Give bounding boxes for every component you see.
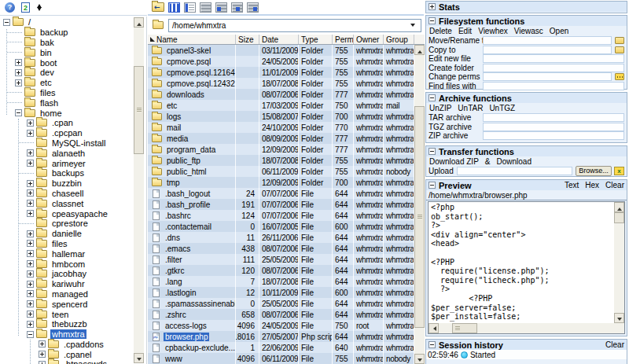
expand-icon[interactable] bbox=[27, 189, 34, 197]
scrollbar-thumb[interactable] bbox=[452, 323, 477, 333]
tree-item-whmxtra[interactable]: whmxtra bbox=[0, 329, 132, 340]
tree-scrollbar[interactable] bbox=[134, 17, 144, 363]
tree-item-hmbcom[interactable]: hmbcom bbox=[0, 259, 132, 269]
expand-icon[interactable] bbox=[27, 180, 34, 187]
file-list-scrollbar[interactable] bbox=[414, 45, 425, 364]
column-header-group[interactable]: Group bbox=[384, 35, 414, 44]
tree-item-bak[interactable]: bak bbox=[0, 38, 132, 48]
scroll-up-button[interactable] bbox=[414, 45, 425, 55]
expand-icon[interactable] bbox=[27, 210, 34, 217]
tree-item-backups[interactable]: backups bbox=[0, 168, 132, 178]
file-row-cpmove-psql[interactable]: cpmove.psql24/05/2009Folder755whmxtrawhm… bbox=[148, 56, 414, 67]
tree-item-bin[interactable]: bin bbox=[0, 47, 132, 57]
zip-archive-input[interactable] bbox=[483, 131, 624, 140]
file-row-dns[interactable]: .dns1126/11/2006File644whmxtrawhmxtra bbox=[148, 232, 414, 243]
tree-item-flash[interactable]: flash bbox=[0, 97, 132, 108]
column-header-owner[interactable]: Owner bbox=[354, 35, 384, 44]
collapse-icon[interactable] bbox=[15, 109, 22, 116]
scroll-down-button[interactable] bbox=[414, 354, 425, 364]
tree-item-root[interactable]: / bbox=[0, 17, 132, 28]
scroll-up-button[interactable] bbox=[134, 17, 144, 28]
file-row-bash-profile[interactable]: .bash_profile19107/07/2006File644whmxtra… bbox=[148, 199, 414, 210]
file-row-gtkrc[interactable]: .gtkrc12008/07/2006File644whmxtrawhmxtra bbox=[148, 265, 414, 276]
tree-item-dev[interactable]: dev bbox=[0, 68, 132, 78]
expand-icon[interactable] bbox=[27, 260, 34, 267]
expand-icon[interactable] bbox=[27, 300, 34, 307]
file-row-cpbackup-exclude[interactable]: cpbackup-exclude....122/06/2009File640wh… bbox=[148, 342, 414, 353]
view-list-icon[interactable] bbox=[200, 2, 212, 13]
scrollbar-thumb[interactable] bbox=[134, 66, 144, 154]
link-download[interactable]: Download bbox=[496, 157, 531, 166]
file-row-emacs[interactable]: .emacs43808/07/2006File644whmxtrawhmxtra bbox=[148, 243, 414, 254]
section-header[interactable]: Transfer functions bbox=[426, 146, 627, 156]
tree-item-htpasswds[interactable]: .htpasswds bbox=[0, 359, 132, 364]
move-rename-to-input[interactable] bbox=[483, 36, 612, 45]
file-row-filter[interactable]: .filter11125/05/2009File644whmxtrawhmxtr… bbox=[148, 254, 414, 265]
link-untgz[interactable]: UnTGZ bbox=[489, 104, 515, 112]
link-edit[interactable]: Edit bbox=[458, 27, 472, 35]
view-smallicons-icon[interactable] bbox=[231, 2, 243, 13]
help-icon[interactable] bbox=[5, 2, 15, 13]
scroll-left-button[interactable] bbox=[429, 323, 439, 333]
file-row-lang[interactable]: .lang718/07/2008File644whmxtrawhmxtra bbox=[148, 276, 414, 287]
file-row-public-ftp[interactable]: public_ftp18/07/2008Folder755whmxtrawhmx… bbox=[148, 155, 414, 166]
scrollbar-thumb[interactable] bbox=[414, 106, 425, 328]
upload-input[interactable] bbox=[457, 167, 572, 175]
file-row-zshrc[interactable]: .zshrc65808/07/2006File644whmxtrawhmxtra bbox=[148, 309, 414, 320]
view-columns-icon[interactable] bbox=[168, 2, 180, 13]
expand-icon[interactable] bbox=[429, 3, 436, 10]
tree-item-cpeasyapache[interactable]: cpeasyapache bbox=[0, 208, 132, 219]
file-row-access-logs[interactable]: access-logs409624/05/2009File750rootwhmx… bbox=[148, 320, 414, 331]
expand-icon[interactable] bbox=[39, 351, 46, 358]
tree-item-hallemar[interactable]: hallemar bbox=[0, 248, 132, 259]
expand-icon[interactable] bbox=[27, 311, 34, 318]
expand-icon[interactable] bbox=[39, 340, 46, 347]
folder-select-icon[interactable] bbox=[615, 46, 624, 53]
file-row-mail[interactable]: mail24/10/2009Folder770whmxtrawhmxtra bbox=[148, 122, 414, 133]
clear-history-link[interactable]: Clear bbox=[605, 340, 624, 349]
tree-item-classnet[interactable]: classnet bbox=[0, 198, 132, 208]
tree-item-files[interactable]: files bbox=[0, 239, 132, 249]
expand-icon[interactable] bbox=[27, 200, 34, 207]
file-row-cpanel3-skel[interactable]: cpanel3-skel03/11/2009Folder755whmxtrawh… bbox=[148, 45, 414, 56]
tree-item-alanaeth[interactable]: alanaeth bbox=[0, 148, 132, 158]
file-row-www[interactable]: www409606/11/2009File755whmxtranobody bbox=[148, 353, 414, 364]
column-header-name[interactable]: Name bbox=[148, 35, 236, 44]
expand-icon[interactable] bbox=[27, 230, 34, 237]
link-unzip[interactable]: UnZIP bbox=[429, 104, 451, 112]
scroll-down-button[interactable] bbox=[134, 353, 144, 363]
expand-icon[interactable] bbox=[27, 160, 34, 167]
file-row-lastlogin[interactable]: .lastlogin1210/11/2009File600whmxtrawhmx… bbox=[148, 287, 414, 298]
expand-icon[interactable] bbox=[15, 69, 22, 76]
create-folder-input[interactable] bbox=[483, 64, 624, 72]
link-untar[interactable]: UnTAR bbox=[458, 104, 483, 112]
column-header-date[interactable]: Date bbox=[259, 35, 299, 44]
file-row-spamassassinenable[interactable]: .spamassassinenable025/05/2009File644whm… bbox=[148, 298, 414, 309]
browse-button[interactable]: Browse... bbox=[576, 166, 612, 176]
folder-select-icon[interactable] bbox=[615, 37, 624, 44]
tgz-archive-input[interactable] bbox=[483, 123, 624, 131]
expand-icon[interactable] bbox=[27, 130, 34, 137]
preview-vertical-scrollbar[interactable] bbox=[614, 202, 624, 323]
expand-icon[interactable] bbox=[27, 321, 34, 328]
find-files-with-input[interactable] bbox=[483, 82, 624, 90]
tree-item-home[interactable]: home bbox=[0, 108, 132, 118]
file-row-logs[interactable]: logs15/08/2007Folder700whmxtrawhmxtra bbox=[148, 111, 414, 122]
view-details-icon[interactable] bbox=[184, 2, 196, 13]
tree-item-cpaddons[interactable]: .cpaddons bbox=[0, 340, 132, 350]
refresh-icon[interactable] bbox=[21, 2, 30, 13]
file-row-cpmove-psql-12432[interactable]: cpmove.psql.12432...18/07/2008Folder755w… bbox=[148, 78, 414, 89]
section-header[interactable]: Stats bbox=[426, 2, 627, 12]
file-row-bashrc[interactable]: .bashrc12407/07/2006File644whmxtrawhmxtr… bbox=[148, 210, 414, 221]
scroll-up-button[interactable] bbox=[614, 202, 624, 212]
tree-item-boot[interactable]: boot bbox=[0, 57, 132, 68]
tree-item-thebuzzb[interactable]: thebuzzb bbox=[0, 319, 132, 329]
link-viewhex[interactable]: Viewhex bbox=[478, 27, 508, 35]
file-row-downloads[interactable]: downloads08/07/2006Folder777whmxtrawhmxt… bbox=[148, 89, 414, 100]
column-header-size[interactable]: Size bbox=[236, 35, 259, 44]
tree-item-etc[interactable]: etc bbox=[0, 78, 132, 88]
collapse-icon[interactable] bbox=[429, 94, 436, 101]
preview-horizontal-scrollbar[interactable] bbox=[429, 323, 614, 333]
tar-archive-input[interactable] bbox=[483, 113, 624, 122]
copy-to-input[interactable] bbox=[483, 46, 612, 54]
